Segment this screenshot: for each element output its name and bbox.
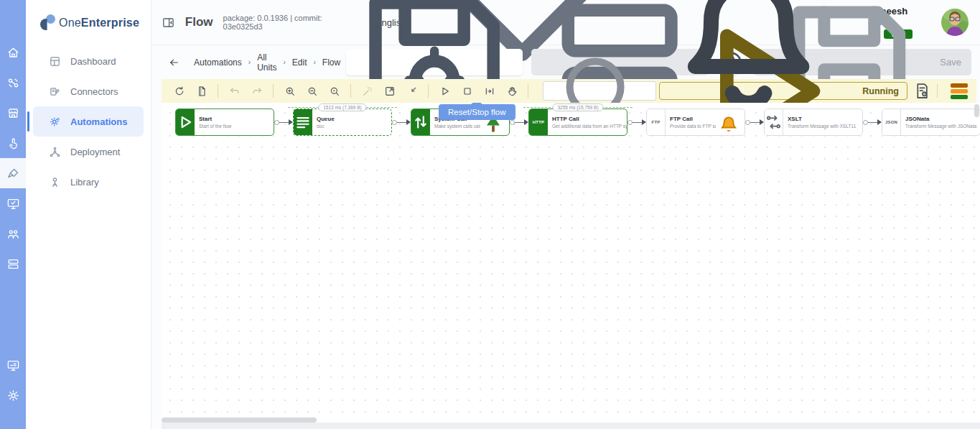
breadcrumb-item[interactable]: Flow — [322, 57, 340, 68]
sidebar-item-library[interactable]: Library — [33, 167, 144, 197]
flow-node-http-call[interactable]: 3255 ms (15,759 B)HTTP HTTP Call Get add… — [528, 109, 627, 136]
rail-item-brush[interactable] — [0, 158, 26, 188]
node-body: FTP Call Provide data to FTP server — [666, 109, 716, 135]
sidebar-item-dashboard[interactable]: Dashboard — [33, 46, 144, 76]
zoom-reset-icon — [329, 86, 340, 97]
breadcrumb-separator: › — [246, 58, 253, 66]
redo-icon — [251, 86, 263, 97]
breadcrumb-separator: › — [312, 58, 318, 66]
toolbar-divider — [350, 84, 351, 98]
flow-node-queue[interactable]: 1513 ms (7,369 B) Queue doc — [293, 109, 392, 136]
toolbar-divider — [218, 84, 218, 98]
network-icon — [6, 76, 20, 90]
flow-node-xslt[interactable]: XSLT Transform Message with XSLT11 — [764, 109, 863, 136]
node-type-icon: FTP — [647, 109, 666, 135]
sidebar-item-label: Library — [70, 177, 99, 188]
pan-hand-icon — [506, 86, 518, 97]
connector-line — [397, 122, 406, 123]
connector-line — [750, 122, 760, 123]
node-type-icon: HTTP — [529, 109, 548, 135]
breadcrumb-item[interactable]: Edit — [292, 57, 307, 68]
node-body: Start Start of the flow — [195, 109, 274, 135]
toolbar-fit-screen-button[interactable] — [379, 81, 400, 101]
sidebar-item-label: Dashboard — [70, 56, 116, 67]
toolbar-stop-button[interactable] — [457, 81, 477, 101]
toolbar-play-button[interactable] — [434, 81, 455, 101]
zoom-in-icon — [284, 86, 296, 97]
zoom-out-icon — [307, 86, 318, 97]
toolbar-icon-groups — [169, 81, 522, 101]
rail-item-monitor-deploy[interactable] — [0, 350, 26, 380]
brand-name: OneEnterprise — [59, 17, 139, 29]
store-icon — [6, 106, 20, 120]
toolbar-wand-button — [357, 81, 378, 101]
sidebar-item-connectors[interactable]: Connectors — [33, 76, 144, 106]
rail-item-settings-gear[interactable] — [0, 380, 26, 410]
node-subtitle: doc — [317, 124, 388, 129]
flow-node-ftp-call[interactable]: FTP FTP Call Provide data to FTP server — [646, 109, 745, 136]
page-title: Flow — [185, 15, 213, 29]
back-arrow-icon[interactable] — [169, 56, 179, 69]
panel-collapse-icon[interactable] — [162, 16, 175, 29]
node-body: JSONata Transform Message with JSONata — [901, 109, 980, 135]
rail-item-network[interactable] — [0, 68, 26, 98]
log-preview-button[interactable] — [913, 81, 931, 101]
node-title: JSONata — [905, 116, 977, 122]
rail-item-store[interactable] — [0, 98, 26, 128]
play-node-icon — [176, 109, 195, 135]
avatar[interactable] — [941, 9, 969, 36]
flow-node-jsonata[interactable]: JSON JSONata Transform Message with JSON… — [882, 109, 980, 136]
rail-item-team[interactable] — [0, 218, 26, 249]
legend-bar-3 — [951, 95, 968, 99]
breadcrumb-item[interactable]: All Units — [257, 52, 276, 73]
node-body: XSLT Transform Message with XSLT11 — [783, 109, 862, 135]
toolbar-zoom-out-button[interactable] — [302, 81, 322, 101]
toolbar-undo-button — [224, 81, 245, 101]
library-icon — [49, 176, 61, 188]
node-title: XSLT — [788, 116, 859, 122]
flow-connector — [627, 119, 646, 125]
legend-bar-1 — [951, 83, 968, 88]
toolbar-zoom-reset-button[interactable] — [324, 81, 345, 101]
dashboard-icon — [49, 55, 61, 68]
flow-connector — [863, 119, 882, 125]
toolbar-reload-button[interactable] — [169, 81, 190, 101]
icon-rail-items — [0, 37, 26, 279]
node-title: Queue — [317, 116, 388, 122]
rail-item-monitor-check[interactable] — [0, 188, 26, 218]
legend-bar-2 — [951, 89, 968, 93]
flow-node-start[interactable]: Start Start of the flow — [175, 109, 274, 136]
port-icon — [392, 120, 397, 125]
transform-icon — [765, 109, 783, 135]
horizontal-scrollbar[interactable] — [162, 418, 317, 423]
rail-item-servers[interactable] — [0, 249, 26, 279]
team-icon — [6, 227, 20, 241]
rail-item-home[interactable] — [0, 37, 26, 68]
breadcrumb-item[interactable]: Automations — [194, 57, 242, 68]
node-title: FTP Call — [670, 116, 713, 122]
status-legend-button[interactable] — [949, 82, 969, 101]
sidebar: OneEnterprise DashboardConnectorsAutomat… — [26, 0, 151, 429]
brand-logo[interactable]: OneEnterprise — [26, 0, 151, 46]
breadcrumb: Automations›All Units›Edit›Flow — [194, 52, 340, 73]
connectors-icon — [49, 86, 61, 98]
rail-item-touch[interactable] — [0, 128, 26, 158]
port-icon — [863, 120, 868, 125]
sidebar-item-deployment[interactable]: Deployment — [33, 137, 144, 167]
toolbar-zoom-in-button[interactable] — [279, 81, 300, 101]
node-body: Queue doc — [312, 109, 391, 135]
vertical-scrollbar[interactable] — [974, 104, 979, 117]
save-config-button[interactable] — [346, 49, 523, 75]
toolbar-pan-hand-button[interactable] — [501, 81, 522, 101]
flow-connector — [510, 119, 528, 125]
toolbar-file-button[interactable] — [191, 81, 212, 101]
flow-canvas[interactable]: Start Start of the flow1513 ms (7,369 B)… — [162, 103, 980, 429]
node-title: HTTP Call — [552, 116, 624, 122]
toolbar-divider — [528, 84, 528, 98]
toolbar-step-button[interactable] — [479, 81, 500, 101]
port-icon — [510, 120, 515, 125]
home-icon — [6, 46, 20, 60]
toolbar-redo-button — [246, 81, 267, 101]
toolbar-collapse-button[interactable] — [401, 81, 422, 101]
sidebar-item-automations[interactable]: Automations — [33, 106, 144, 137]
